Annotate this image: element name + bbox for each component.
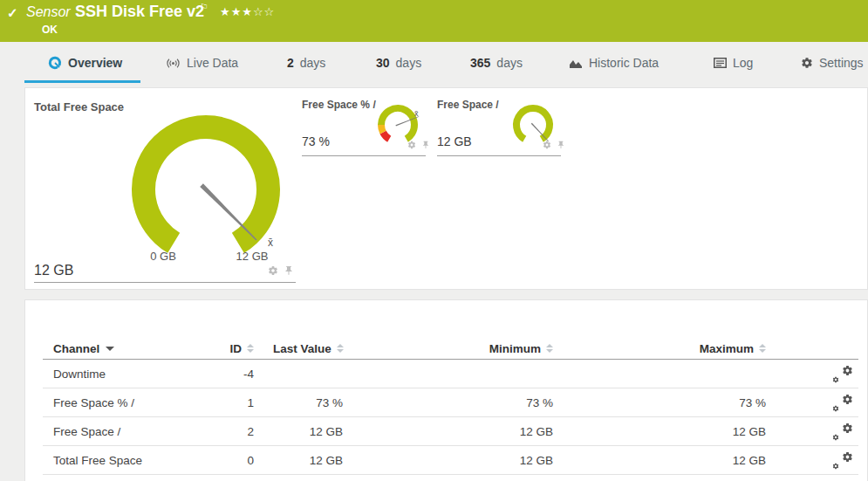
- maximum-value: 73 %: [635, 388, 766, 417]
- tab-30-days[interactable]: 30 days: [376, 56, 421, 70]
- tab-live-data[interactable]: Live Data: [166, 56, 238, 70]
- status-check-icon: ✓: [7, 5, 18, 21]
- channel-id: 2: [182, 417, 254, 446]
- minimum-value: 73 %: [422, 388, 553, 417]
- tab-label-number: 30: [376, 56, 390, 70]
- tab-historic-data[interactable]: Historic Data: [569, 56, 659, 70]
- channel-name: Total Free Space: [53, 446, 142, 475]
- channel-name: Free Space % /: [53, 388, 134, 417]
- maximum-value: [635, 360, 766, 388]
- broadcast-icon: [166, 58, 181, 69]
- sort-icon: [247, 344, 254, 353]
- tab-label: Live Data: [187, 56, 238, 70]
- abs-gauge-title: Free Space /: [437, 99, 499, 111]
- tab-label: Historic Data: [589, 56, 659, 70]
- tab-label: Overview: [68, 56, 122, 70]
- mean-marker: x̄: [268, 237, 273, 249]
- sort-desc-icon: [106, 347, 114, 351]
- channel-id: -4: [182, 360, 254, 388]
- object-kind-label: Sensor: [26, 4, 71, 20]
- col-header-label: Maximum: [700, 342, 754, 355]
- sensor-status-badge: OK: [42, 24, 58, 36]
- minimum-value: [422, 360, 553, 388]
- tile-actions: [407, 141, 430, 149]
- tile-divider: [437, 155, 561, 156]
- last-value: 12 GB: [256, 446, 343, 475]
- abs-gauge-value: 12 GB: [437, 134, 472, 148]
- gauges-panel: Total Free Space 0 GB 12 GB x̄ 12 GB Fre…: [24, 87, 868, 290]
- channel-id: 1: [182, 388, 254, 417]
- last-value: [256, 360, 343, 388]
- channel-settings-icon[interactable]: [832, 423, 853, 441]
- mean-marker: x̄: [414, 109, 419, 118]
- channel-settings-icon[interactable]: [832, 365, 853, 383]
- tab-365-days[interactable]: 365 days: [470, 56, 523, 70]
- tab-label: Log: [733, 56, 753, 70]
- gauge-icon: [48, 56, 62, 70]
- minimum-value: 12 GB: [422, 446, 553, 475]
- last-value: 12 GB: [256, 417, 343, 446]
- last-value: 73 %: [256, 388, 343, 417]
- channel-settings-icon[interactable]: [832, 394, 853, 412]
- pct-gauge-value: 73 %: [302, 134, 330, 148]
- priority-stars[interactable]: ★★★☆☆: [220, 5, 275, 18]
- sort-icon: [546, 344, 553, 353]
- tab-label: days: [300, 56, 326, 70]
- col-header-channel[interactable]: Channel: [53, 338, 114, 359]
- col-header-label: ID: [230, 342, 243, 355]
- minimum-value: 12 GB: [422, 417, 553, 446]
- maximum-value: 12 GB: [635, 446, 766, 475]
- main-gauge-value: 12 GB: [34, 263, 73, 278]
- active-tab-underline: [24, 80, 140, 83]
- channel-id: 0: [182, 446, 254, 475]
- tab-bar: Overview Live Data 2 days 30 days 3: [0, 42, 868, 86]
- col-header-maximum[interactable]: Maximum: [635, 338, 766, 359]
- gear-icon: [801, 57, 813, 69]
- tab-overview[interactable]: Overview: [48, 56, 122, 70]
- channels-table-panel: Channel ID Last Value Minimum Maximum Do…: [24, 299, 868, 481]
- col-header-label: Last Value: [273, 342, 331, 355]
- col-header-last-value[interactable]: Last Value: [273, 338, 344, 359]
- gear-icon[interactable]: [268, 265, 278, 276]
- col-header-label: Minimum: [489, 342, 541, 355]
- pin-icon[interactable]: [421, 141, 430, 149]
- sort-icon: [337, 344, 344, 353]
- main-gauge-title: Total Free Space: [34, 100, 124, 113]
- flag-icon[interactable]: ⚐: [200, 2, 208, 13]
- table-row: Free Space / 2 12 GB 12 GB 12 GB: [43, 417, 858, 446]
- tab-label: days: [396, 56, 422, 70]
- pin-icon[interactable]: [284, 265, 294, 276]
- table-row: Total Free Space 0 12 GB 12 GB 12 GB: [43, 446, 858, 475]
- tab-label-number: 2: [287, 56, 294, 70]
- tile-divider: [34, 282, 296, 283]
- maximum-value: 12 GB: [635, 417, 766, 446]
- area-chart-icon: [569, 58, 583, 69]
- col-header-minimum[interactable]: Minimum: [422, 338, 553, 359]
- pin-icon[interactable]: [557, 141, 565, 149]
- tab-label: days: [496, 56, 523, 70]
- sort-icon: [759, 344, 766, 353]
- tab-log[interactable]: Log: [714, 56, 753, 70]
- tile-divider: [302, 155, 426, 156]
- sensor-title: SSH Disk Free v2: [75, 3, 204, 21]
- log-list-icon: [714, 58, 727, 68]
- col-header-id[interactable]: ID: [182, 338, 254, 359]
- gear-icon[interactable]: [543, 141, 551, 149]
- tile-actions: [268, 265, 294, 276]
- tab-label-number: 365: [470, 56, 490, 70]
- main-gauge: [127, 111, 284, 268]
- sensor-header-bar: ✓ Sensor SSH Disk Free v2 ⚐ ★★★☆☆ OK: [0, 0, 868, 42]
- table-row: Downtime -4: [43, 360, 858, 388]
- col-header-label: Channel: [53, 342, 99, 355]
- prtg-sensor-page: ✓ Sensor SSH Disk Free v2 ⚐ ★★★☆☆ OK Ove…: [0, 0, 868, 481]
- gear-icon[interactable]: [407, 141, 416, 149]
- channel-name: Free Space /: [53, 417, 120, 446]
- pct-gauge-title: Free Space % /: [302, 99, 376, 111]
- channel-name: Downtime: [53, 360, 106, 388]
- table-row: Free Space % / 1 73 % 73 % 73 %: [43, 388, 858, 417]
- tab-label: Settings: [819, 56, 864, 70]
- tab-2-days[interactable]: 2 days: [287, 56, 325, 70]
- tile-actions: [543, 141, 565, 149]
- channel-settings-icon[interactable]: [832, 451, 853, 470]
- tab-settings[interactable]: Settings: [801, 56, 864, 70]
